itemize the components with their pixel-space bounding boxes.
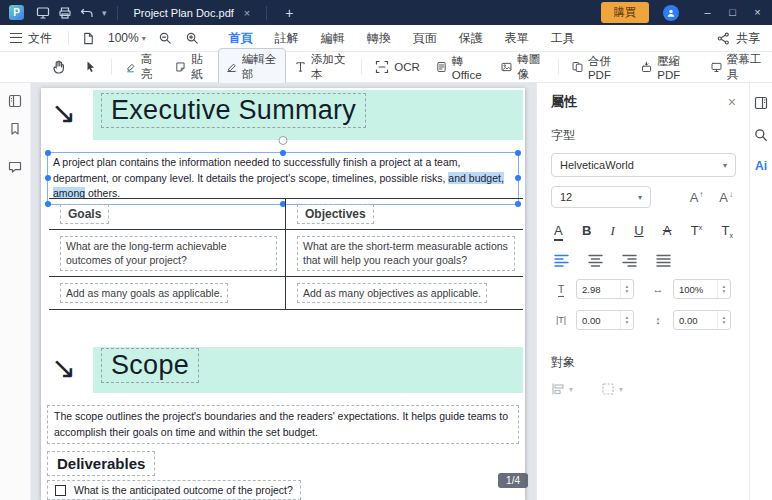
font-family-select[interactable]: HelveticaWorld ▾: [551, 153, 736, 177]
titlebar-separator: [266, 6, 267, 20]
heading-executive-summary[interactable]: Executive Summary: [101, 93, 366, 128]
align-right-button[interactable]: [622, 254, 637, 268]
underline-button[interactable]: U: [634, 223, 643, 239]
selection-handle[interactable]: [45, 175, 51, 181]
display-icon[interactable]: [32, 3, 54, 23]
properties-panel-icon[interactable]: [753, 95, 769, 111]
thumbnails-panel-icon[interactable]: [7, 93, 23, 109]
align-left-button[interactable]: [554, 254, 569, 268]
screen-tool-button[interactable]: 螢幕工具: [703, 48, 771, 86]
align-justify-button[interactable]: [656, 254, 671, 268]
table-header-cell[interactable]: Objectives: [285, 199, 523, 229]
close-button[interactable]: ×: [745, 0, 770, 25]
sticker-button[interactable]: 貼紙: [167, 48, 216, 86]
table-cell[interactable]: What are the short-term measurable actio…: [285, 230, 523, 276]
strikethrough-button[interactable]: A: [663, 223, 672, 239]
convert-image-button[interactable]: 轉圖像: [493, 48, 552, 86]
font-size-select[interactable]: 12 ▾: [551, 186, 651, 208]
print-icon[interactable]: [54, 3, 76, 23]
tab-form[interactable]: 表單: [494, 26, 540, 51]
pdf-page[interactable]: ↘ Executive Summary A project: [41, 88, 525, 500]
heading-deliverables[interactable]: Deliverables: [47, 451, 155, 476]
document-canvas[interactable]: ↘ Executive Summary A project: [31, 83, 536, 500]
window-controls: – □ ×: [695, 0, 770, 25]
bookmarks-panel-icon[interactable]: [7, 121, 23, 137]
deliverable-checkbox-item[interactable]: What is the anticipated outcome of the p…: [47, 480, 301, 500]
align-center-button[interactable]: [588, 254, 603, 268]
ai-assistant-button[interactable]: Ai: [755, 159, 767, 173]
table-cell[interactable]: Add as many goals as applicable.: [49, 283, 285, 304]
tab-page[interactable]: 頁面: [402, 26, 448, 51]
superscript-button[interactable]: Tx: [691, 223, 702, 239]
tab-tools[interactable]: 工具: [540, 26, 586, 51]
hand-tool-button[interactable]: [44, 55, 74, 79]
table-header-cell[interactable]: Goals: [49, 204, 285, 225]
compress-pdf-button[interactable]: 壓縮PDF: [633, 50, 701, 85]
increase-font-size-button[interactable]: A↑: [690, 190, 704, 205]
maximize-button[interactable]: □: [720, 0, 745, 25]
zoom-level-dropdown[interactable]: 100% ▾: [102, 31, 152, 45]
subscript-button[interactable]: Tx: [722, 223, 733, 239]
comments-panel-icon[interactable]: [7, 159, 23, 175]
line-spacing-input[interactable]: 0.00 ▴▾: [673, 310, 731, 330]
rotate-handle[interactable]: [279, 136, 288, 145]
select-tool-button[interactable]: [75, 55, 105, 79]
stepper-arrows[interactable]: ▴▾: [620, 280, 633, 298]
table-cell[interactable]: Add as many objectives as applicable.: [285, 277, 523, 309]
object-align-dropdown[interactable]: ▾: [551, 382, 573, 396]
toolbar-separator: [361, 59, 362, 75]
account-avatar[interactable]: [663, 5, 679, 21]
tab-convert[interactable]: 轉換: [356, 26, 402, 51]
table-cell[interactable]: What are the long-term achievable outcom…: [49, 236, 285, 271]
zoom-in-button[interactable]: [179, 31, 206, 46]
tab-close-icon[interactable]: ×: [244, 7, 250, 19]
menubar: 文件 100% ▾ 首頁 註解 編輯 轉換 頁面 保護 表單 工具 共享: [0, 25, 772, 52]
highlight-button[interactable]: 高亮: [117, 48, 166, 86]
horizontal-scale-input[interactable]: 100% ▴▾: [673, 279, 731, 299]
tab-protect[interactable]: 保護: [448, 26, 494, 51]
search-icon[interactable]: [753, 127, 769, 143]
panel-close-icon[interactable]: ×: [728, 94, 736, 110]
page-view-button[interactable]: [75, 31, 102, 46]
add-text-button[interactable]: 添加文本: [287, 48, 355, 86]
line-height-input[interactable]: 2.98 ▴▾: [576, 279, 634, 299]
stepper-arrows[interactable]: ▴▾: [717, 311, 730, 329]
toolbar-separator: [558, 59, 559, 75]
stepper-arrows[interactable]: ▴▾: [717, 280, 730, 298]
merge-pdf-button[interactable]: 合併PDF: [564, 50, 632, 85]
titlebar-caret-icon[interactable]: ▾: [102, 8, 107, 18]
file-menu[interactable]: 文件: [0, 30, 62, 47]
zoom-out-button[interactable]: [152, 31, 179, 46]
selection-handle[interactable]: [45, 150, 51, 156]
selection-handle[interactable]: [515, 175, 521, 181]
font-color-button[interactable]: A: [554, 223, 563, 239]
bold-button[interactable]: B: [582, 223, 591, 239]
stepper-arrows[interactable]: ▴▾: [620, 311, 633, 329]
convert-office-label: 轉Office: [452, 54, 486, 81]
new-tab-icon[interactable]: +: [285, 5, 293, 21]
intro-paragraph-textbox[interactable]: A project plan contains the information …: [47, 152, 519, 205]
selection-handle[interactable]: [280, 150, 286, 156]
decrease-font-size-button[interactable]: A↓: [719, 190, 733, 205]
tab-home[interactable]: 首頁: [218, 26, 264, 51]
share-button[interactable]: 共享: [716, 30, 772, 47]
document-tab[interactable]: Project Plan Doc.pdf ×: [124, 0, 261, 25]
tab-comment[interactable]: 註解: [264, 26, 310, 51]
scope-paragraph-textbox[interactable]: The scope outlines the project's boundar…: [47, 405, 519, 444]
ocr-button[interactable]: OCR: [367, 55, 427, 79]
convert-office-button[interactable]: 轉Office: [428, 50, 493, 85]
buy-button[interactable]: 購買: [601, 2, 649, 23]
italic-button[interactable]: I: [611, 223, 615, 239]
undo-icon[interactable]: [76, 3, 98, 23]
checkbox-icon[interactable]: [55, 485, 66, 496]
file-menu-label: 文件: [28, 30, 52, 47]
object-distribute-dropdown[interactable]: ▾: [601, 382, 623, 396]
panel-title: 屬性: [551, 93, 577, 111]
selection-handle[interactable]: [515, 150, 521, 156]
char-spacing-input[interactable]: 0.00 ▴▾: [576, 310, 634, 330]
titlebar-separator: [117, 6, 118, 20]
minimize-button[interactable]: –: [695, 0, 720, 25]
tab-edit[interactable]: 編輯: [310, 26, 356, 51]
heading-scope[interactable]: Scope: [101, 348, 199, 383]
edit-all-button[interactable]: 編輯全部: [218, 48, 286, 86]
